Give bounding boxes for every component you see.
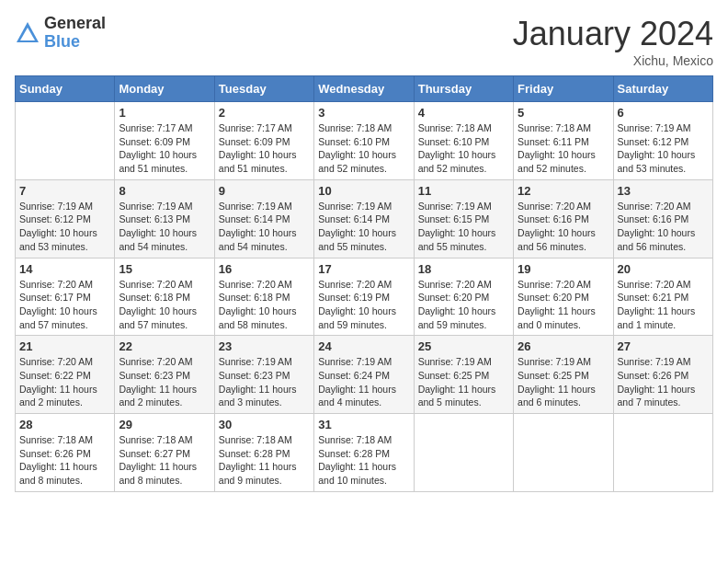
day-number: 11: [418, 184, 509, 198]
day-info: Sunrise: 7:19 AM Sunset: 6:26 PM Dayligh…: [618, 355, 709, 409]
header-saturday: Saturday: [613, 76, 712, 102]
calendar-header-row: SundayMondayTuesdayWednesdayThursdayFrid…: [16, 76, 713, 102]
calendar-week-row: 7Sunrise: 7:19 AM Sunset: 6:12 PM Daylig…: [16, 179, 713, 258]
day-info: Sunrise: 7:20 AM Sunset: 6:19 PM Dayligh…: [318, 278, 409, 332]
calendar-cell: 2Sunrise: 7:17 AM Sunset: 6:09 PM Daylig…: [214, 102, 313, 180]
logo-icon: [15, 20, 40, 46]
calendar-week-row: 1Sunrise: 7:17 AM Sunset: 6:09 PM Daylig…: [16, 102, 713, 180]
calendar-cell: 8Sunrise: 7:19 AM Sunset: 6:13 PM Daylig…: [115, 179, 214, 258]
day-info: Sunrise: 7:19 AM Sunset: 6:25 PM Dayligh…: [418, 355, 509, 409]
logo-general: General: [44, 15, 106, 33]
day-info: Sunrise: 7:18 AM Sunset: 6:10 PM Dayligh…: [318, 121, 409, 176]
day-number: 2: [219, 106, 310, 120]
day-number: 12: [518, 184, 609, 198]
logo-blue: Blue: [44, 33, 106, 52]
day-number: 17: [318, 262, 409, 276]
calendar-cell: 7Sunrise: 7:19 AM Sunset: 6:12 PM Daylig…: [16, 179, 115, 258]
header-friday: Friday: [514, 76, 613, 102]
calendar-cell: 20Sunrise: 7:20 AM Sunset: 6:21 PM Dayli…: [613, 258, 712, 336]
day-number: 18: [418, 262, 509, 276]
day-info: Sunrise: 7:18 AM Sunset: 6:28 PM Dayligh…: [318, 433, 409, 488]
header-tuesday: Tuesday: [214, 76, 313, 102]
header-thursday: Thursday: [414, 76, 513, 102]
day-number: 6: [618, 106, 709, 120]
day-info: Sunrise: 7:17 AM Sunset: 6:09 PM Dayligh…: [119, 121, 210, 176]
day-info: Sunrise: 7:18 AM Sunset: 6:27 PM Dayligh…: [119, 433, 210, 488]
header-wednesday: Wednesday: [314, 76, 414, 102]
calendar-cell: 15Sunrise: 7:20 AM Sunset: 6:18 PM Dayli…: [115, 258, 214, 336]
day-number: 21: [19, 339, 110, 353]
day-number: 8: [119, 184, 210, 198]
day-number: 10: [318, 184, 409, 198]
calendar-cell: 26Sunrise: 7:19 AM Sunset: 6:25 PM Dayli…: [514, 336, 613, 414]
calendar-cell: 6Sunrise: 7:19 AM Sunset: 6:12 PM Daylig…: [613, 102, 712, 180]
day-number: 29: [119, 418, 210, 431]
day-info: Sunrise: 7:19 AM Sunset: 6:12 PM Dayligh…: [618, 121, 709, 176]
calendar-cell: 25Sunrise: 7:19 AM Sunset: 6:25 PM Dayli…: [414, 336, 513, 414]
calendar-cell: 4Sunrise: 7:18 AM Sunset: 6:10 PM Daylig…: [414, 102, 513, 180]
calendar-cell: [613, 414, 712, 492]
calendar-cell: [16, 102, 115, 180]
day-number: 7: [19, 184, 110, 198]
day-info: Sunrise: 7:19 AM Sunset: 6:25 PM Dayligh…: [518, 355, 609, 409]
day-info: Sunrise: 7:20 AM Sunset: 6:17 PM Dayligh…: [19, 278, 110, 332]
header-monday: Monday: [115, 76, 214, 102]
calendar-cell: 17Sunrise: 7:20 AM Sunset: 6:19 PM Dayli…: [314, 258, 414, 336]
day-info: Sunrise: 7:20 AM Sunset: 6:22 PM Dayligh…: [19, 355, 110, 409]
calendar-cell: 27Sunrise: 7:19 AM Sunset: 6:26 PM Dayli…: [613, 336, 712, 414]
day-info: Sunrise: 7:20 AM Sunset: 6:20 PM Dayligh…: [518, 278, 609, 332]
calendar-cell: 14Sunrise: 7:20 AM Sunset: 6:17 PM Dayli…: [16, 258, 115, 336]
calendar-cell: 12Sunrise: 7:20 AM Sunset: 6:16 PM Dayli…: [514, 179, 613, 258]
calendar-cell: 29Sunrise: 7:18 AM Sunset: 6:27 PM Dayli…: [115, 414, 214, 492]
calendar-cell: 30Sunrise: 7:18 AM Sunset: 6:28 PM Dayli…: [214, 414, 313, 492]
day-number: 15: [119, 262, 210, 276]
day-info: Sunrise: 7:20 AM Sunset: 6:16 PM Dayligh…: [518, 200, 609, 254]
calendar-cell: [414, 414, 513, 492]
day-info: Sunrise: 7:18 AM Sunset: 6:28 PM Dayligh…: [219, 433, 310, 488]
calendar-table: SundayMondayTuesdayWednesdayThursdayFrid…: [15, 75, 713, 492]
calendar-cell: 28Sunrise: 7:18 AM Sunset: 6:26 PM Dayli…: [16, 414, 115, 492]
calendar-cell: 11Sunrise: 7:19 AM Sunset: 6:15 PM Dayli…: [414, 179, 513, 258]
day-number: 30: [219, 418, 310, 431]
day-number: 9: [219, 184, 310, 198]
calendar-cell: 1Sunrise: 7:17 AM Sunset: 6:09 PM Daylig…: [115, 102, 214, 180]
day-info: Sunrise: 7:20 AM Sunset: 6:18 PM Dayligh…: [219, 278, 310, 332]
day-number: 19: [518, 262, 609, 276]
day-number: 23: [219, 339, 310, 353]
calendar-cell: 19Sunrise: 7:20 AM Sunset: 6:20 PM Dayli…: [514, 258, 613, 336]
calendar-cell: 18Sunrise: 7:20 AM Sunset: 6:20 PM Dayli…: [414, 258, 513, 336]
day-info: Sunrise: 7:19 AM Sunset: 6:15 PM Dayligh…: [418, 200, 509, 254]
day-info: Sunrise: 7:19 AM Sunset: 6:14 PM Dayligh…: [318, 200, 409, 254]
day-info: Sunrise: 7:20 AM Sunset: 6:18 PM Dayligh…: [119, 278, 210, 332]
day-number: 20: [618, 262, 709, 276]
day-number: 27: [618, 339, 709, 353]
calendar-cell: 16Sunrise: 7:20 AM Sunset: 6:18 PM Dayli…: [214, 258, 313, 336]
calendar-week-row: 28Sunrise: 7:18 AM Sunset: 6:26 PM Dayli…: [16, 414, 713, 492]
calendar-week-row: 21Sunrise: 7:20 AM Sunset: 6:22 PM Dayli…: [16, 336, 713, 414]
day-info: Sunrise: 7:20 AM Sunset: 6:16 PM Dayligh…: [618, 200, 709, 254]
calendar-cell: 23Sunrise: 7:19 AM Sunset: 6:23 PM Dayli…: [214, 336, 313, 414]
day-number: 13: [618, 184, 709, 198]
calendar-cell: 5Sunrise: 7:18 AM Sunset: 6:11 PM Daylig…: [514, 102, 613, 180]
calendar-cell: 21Sunrise: 7:20 AM Sunset: 6:22 PM Dayli…: [16, 336, 115, 414]
day-info: Sunrise: 7:19 AM Sunset: 6:13 PM Dayligh…: [119, 200, 210, 254]
day-info: Sunrise: 7:19 AM Sunset: 6:24 PM Dayligh…: [318, 355, 409, 409]
day-number: 31: [318, 418, 409, 431]
day-number: 25: [418, 339, 509, 353]
day-info: Sunrise: 7:18 AM Sunset: 6:10 PM Dayligh…: [418, 121, 509, 176]
title-block: January 2024 Xichu, Mexico: [513, 15, 713, 68]
calendar-cell: 9Sunrise: 7:19 AM Sunset: 6:14 PM Daylig…: [214, 179, 313, 258]
day-number: 5: [518, 106, 609, 120]
day-number: 4: [418, 106, 509, 120]
day-info: Sunrise: 7:20 AM Sunset: 6:20 PM Dayligh…: [418, 278, 509, 332]
month-title: January 2024: [513, 15, 713, 53]
day-info: Sunrise: 7:19 AM Sunset: 6:14 PM Dayligh…: [219, 200, 310, 254]
calendar-cell: 3Sunrise: 7:18 AM Sunset: 6:10 PM Daylig…: [314, 102, 414, 180]
day-number: 16: [219, 262, 310, 276]
day-number: 3: [318, 106, 409, 120]
header-sunday: Sunday: [16, 76, 115, 102]
day-info: Sunrise: 7:17 AM Sunset: 6:09 PM Dayligh…: [219, 121, 310, 176]
logo: General Blue: [15, 15, 106, 52]
day-info: Sunrise: 7:18 AM Sunset: 6:26 PM Dayligh…: [19, 433, 110, 488]
day-info: Sunrise: 7:19 AM Sunset: 6:23 PM Dayligh…: [219, 355, 310, 409]
